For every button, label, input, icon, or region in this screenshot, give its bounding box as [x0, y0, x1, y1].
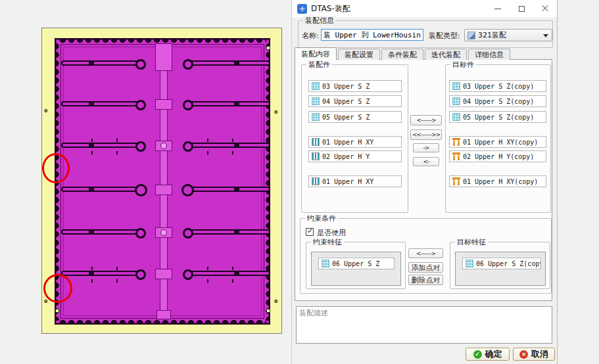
window-controls: [486, 0, 557, 17]
list-item-label: 05 Upper S Z: [322, 114, 370, 121]
transfer-right-button[interactable]: ->: [413, 143, 439, 152]
list-item-label: 01 Upper H XY(copy): [463, 139, 538, 146]
cancel-button[interactable]: 取消: [513, 348, 555, 361]
ok-button-label: 确定: [485, 348, 502, 360]
list-item[interactable]: 01 Upper H XY: [308, 175, 402, 187]
corner-point: [55, 309, 59, 313]
use-constraint-label: 是否使用: [317, 228, 346, 238]
rod-row-3: [56, 143, 269, 148]
name-label: 名称:: [302, 31, 319, 41]
list-item-label: 06 Upper S Z(copy): [476, 260, 541, 267]
remove-point-pair-button[interactable]: 删除点对: [408, 275, 443, 285]
list-item[interactable]: 04 Upper S Z(copy): [449, 95, 546, 107]
list-item-label: 03 Upper S Z(copy): [463, 83, 534, 90]
list-item-label: 04 Upper S Z: [322, 98, 370, 105]
constraint-feature-group: 约束特征 06 Upper S Z: [306, 242, 406, 289]
list-item-label: 01 Upper H XY: [322, 178, 373, 185]
tab-panel-assembly-content: 装配件 03 Upper S Z 04 Upper S Z 05 Upper S…: [295, 59, 552, 301]
tab-assembly-content[interactable]: 装配内容: [295, 47, 337, 60]
pin-icon: [452, 177, 460, 185]
list-item[interactable]: 01 Upper H XY: [308, 136, 402, 148]
list-item[interactable]: 03 Upper S Z: [308, 80, 402, 92]
list-item-label: 01 Upper H XY(copy): [463, 178, 538, 185]
rib-bottom-block: [156, 310, 171, 319]
list-item[interactable]: 06 Upper S Z: [318, 258, 395, 269]
part-scallop-bottom: [59, 319, 266, 323]
rod-tick: [207, 267, 208, 270]
ok-check-icon: [473, 350, 482, 359]
list-item-label: 05 Upper S Z(copy): [463, 114, 534, 121]
chevron-down-icon: [543, 34, 548, 37]
rod: [61, 101, 143, 106]
surface-z-icon: [312, 97, 320, 105]
dialog-titlebar[interactable]: DTAS-装配: [292, 0, 557, 17]
list-item[interactable]: 01 Upper H XY(copy): [449, 136, 546, 148]
assembly-info-group-title: 装配信息: [303, 16, 336, 26]
maximize-icon: [519, 6, 525, 12]
transfer-all-both-button[interactable]: <<——>>: [410, 129, 442, 140]
list-item[interactable]: 06 Upper S Z(copy): [462, 258, 541, 269]
rod: [186, 60, 270, 66]
rod-tick: [207, 139, 208, 142]
datum-marker: o: [44, 107, 47, 114]
rib-top-block: [155, 43, 172, 71]
transfer-left-button[interactable]: <-: [413, 157, 439, 166]
close-button[interactable]: [533, 0, 557, 17]
list-item[interactable]: 04 Upper S Z: [308, 95, 402, 107]
list-item[interactable]: 05 Upper S Z(copy): [449, 111, 546, 123]
cad-viewport[interactable]: o o o o: [41, 28, 282, 334]
maximize-button[interactable]: [510, 0, 533, 17]
minimize-icon: [494, 9, 501, 9]
list-item[interactable]: 05 Upper S Z: [308, 111, 402, 123]
constraint-group-title: 约束条件: [305, 214, 338, 223]
rod-row-2: [56, 101, 269, 106]
assembly-info-group: 装配信息 名称: 装配类型: 321装配: [298, 20, 553, 48]
tab-assembly-settings[interactable]: 装配设置: [338, 49, 380, 60]
rod-row-1: [56, 60, 269, 66]
rod-tick: [91, 139, 93, 142]
constraint-feature-list: 06 Upper S Z: [311, 252, 401, 286]
assembly-type-dropdown[interactable]: 321装配: [464, 29, 552, 41]
add-point-pair-button[interactable]: 添加点对: [408, 262, 443, 273]
rod: [186, 143, 270, 148]
cancel-button-label: 取消: [531, 348, 548, 360]
minimize-button[interactable]: [486, 0, 510, 17]
rod: [61, 187, 143, 192]
target-feature-group-title: 目标特征: [455, 237, 488, 247]
surface-z-icon: [312, 113, 320, 121]
constraint-swap-button[interactable]: <——>: [408, 248, 443, 258]
type-label: 装配类型:: [429, 31, 460, 41]
cad-part-body: [55, 38, 270, 325]
datum-marker: o: [274, 298, 277, 304]
list-item[interactable]: 02 Upper H Y: [308, 150, 402, 162]
surface-z-icon: [452, 97, 460, 105]
rod-row-4: [56, 187, 269, 192]
assembly-type-icon: [467, 32, 475, 39]
hole-icon: [312, 138, 320, 146]
list-item[interactable]: 02 Upper H Y(copy): [449, 150, 546, 162]
name-input[interactable]: [321, 29, 423, 41]
rod: [61, 229, 143, 235]
transfer-both-button[interactable]: <——>: [410, 115, 442, 125]
use-constraint-checkbox[interactable]: [306, 228, 314, 236]
assembly-description-textarea[interactable]: [296, 306, 552, 344]
part-center-rib: [160, 43, 168, 319]
corner-point: [266, 309, 270, 313]
pin-icon: [452, 152, 460, 160]
part-scallop-right: [266, 42, 269, 321]
list-item-label: 06 Upper S Z: [332, 260, 379, 267]
target-feature-group: 目标特征 06 Upper S Z(copy): [450, 242, 550, 289]
tab-details[interactable]: 详细信息: [468, 49, 510, 60]
red-circle-annotation-1: [42, 153, 70, 183]
assembly-parts-group: 装配件 03 Upper S Z 04 Upper S Z 05 Upper S…: [301, 64, 408, 213]
rod-tick: [91, 267, 93, 270]
ok-button[interactable]: 确定: [466, 348, 510, 361]
dialog-title: DTAS-装配: [311, 3, 350, 14]
list-item[interactable]: 01 Upper H XY(copy): [449, 175, 546, 187]
tab-iterative-assembly[interactable]: 迭代装配: [425, 49, 467, 60]
datum-marker: o: [274, 108, 277, 115]
assembly-parts-group-title: 装配件: [306, 60, 332, 70]
target-feature-list: 06 Upper S Z(copy): [455, 252, 546, 286]
tab-conditional-assembly[interactable]: 条件装配: [381, 49, 423, 60]
list-item[interactable]: 03 Upper S Z(copy): [449, 80, 546, 92]
